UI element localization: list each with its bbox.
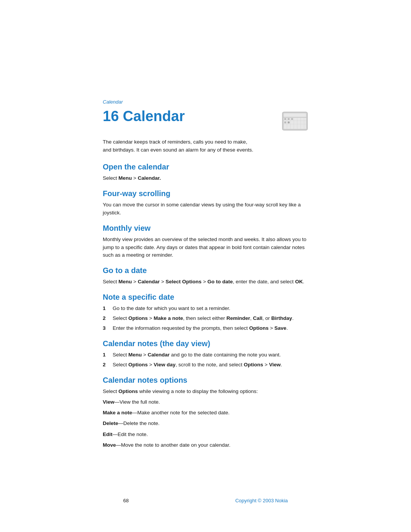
calendar-icon [282,110,308,131]
section-note-specific-date: Note a specific date 1 Go to the date fo… [103,293,308,332]
section-body-go-to-date: Select Menu > Calendar > Select Options … [103,278,308,286]
section-body-open-calendar: Select Menu > Calendar. [103,174,308,182]
section-calendar-notes-options: Calendar notes options Select Options wh… [103,376,308,449]
page: Calendar 16 Calendar [0,0,411,532]
section-title-calendar-notes-options: Calendar notes options [103,376,308,385]
section-open-calendar: Open the calendar Select Menu > Calendar… [103,163,308,182]
section-go-to-date: Go to a date Select Menu > Calendar > Se… [103,266,308,286]
step-item: 1 Select Menu > Calendar and go to the d… [103,351,308,359]
page-footer: 68 Copyright © 2003 Nokia [0,498,411,503]
step-item: 2 Select Options > View day, scroll to t… [103,361,308,369]
section-body-monthly-view: Monthly view provides an overview of the… [103,236,308,260]
chapter-title: 16 Calendar [103,109,185,125]
chapter-name: Calendar [123,108,185,124]
section-body-four-way: You can move the cursor in some calendar… [103,201,308,217]
section-title-calendar-notes-day: Calendar notes (the day view) [103,339,308,348]
content-area: Calendar 16 Calendar [0,0,411,502]
section-title-four-way: Four-way scrolling [103,189,308,198]
section-title-note-specific-date: Note a specific date [103,293,308,302]
chapter-description: The calendar keeps track of reminders, c… [103,138,255,154]
calendar-notes-day-steps: 1 Select Menu > Calendar and go to the d… [103,351,308,369]
breadcrumb: Calendar [103,99,308,105]
svg-rect-12 [288,118,290,120]
chapter-title-block: 16 Calendar [103,109,185,125]
section-title-open-calendar: Open the calendar [103,163,308,171]
svg-rect-11 [284,118,286,120]
step-item: 3 Enter the information requested by the… [103,324,308,332]
chapter-number: 16 [103,108,119,124]
options-list: View—View the full note. Make a note—Mak… [103,398,308,449]
step-item: 2 Select Options > Make a note, then sel… [103,315,308,323]
section-body-calendar-notes-options: Select Options while viewing a note to d… [103,388,308,449]
section-four-way: Four-way scrolling You can move the curs… [103,189,308,217]
section-title-monthly-view: Monthly view [103,224,308,233]
footer-copyright: Copyright © 2003 Nokia [235,498,288,503]
note-specific-date-steps: 1 Go to the date for which you want to s… [103,305,308,332]
step-item: 1 Go to the date for which you want to s… [103,305,308,313]
section-title-go-to-date: Go to a date [103,266,308,275]
footer-page-number: 68 [123,498,129,503]
section-calendar-notes-day: Calendar notes (the day view) 1 Select M… [103,339,308,369]
svg-rect-15 [288,121,290,123]
section-monthly-view: Monthly view Monthly view provides an ov… [103,224,308,260]
svg-rect-13 [291,118,293,120]
svg-rect-14 [284,121,286,123]
chapter-header: 16 Calendar [103,109,308,131]
